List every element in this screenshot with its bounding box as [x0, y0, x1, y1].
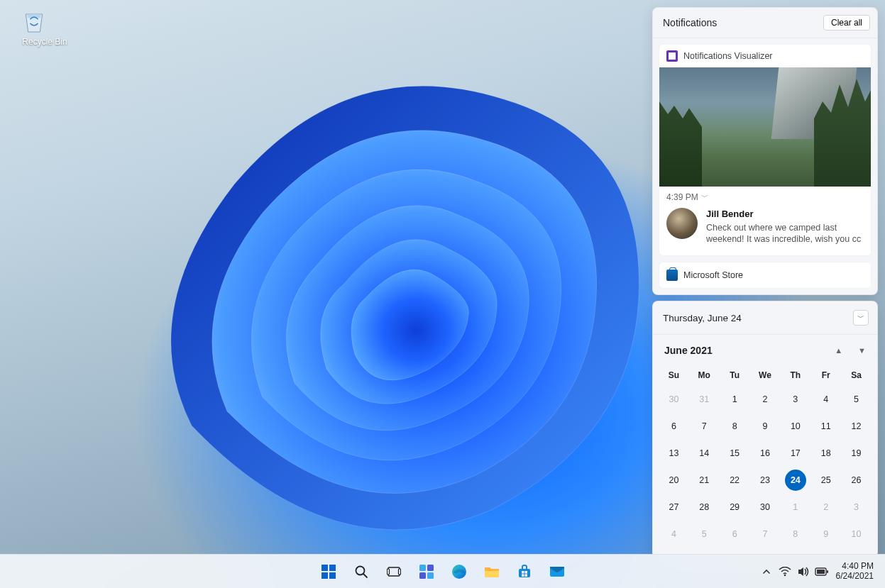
calendar-day[interactable]: 12 — [846, 416, 867, 437]
svg-rect-3 — [329, 572, 336, 579]
volume-button[interactable] — [795, 558, 812, 586]
calendar-day[interactable]: 15 — [724, 443, 745, 464]
mail-button[interactable] — [543, 558, 571, 586]
action-center-panel: Notifications Clear all Notifications Vi… — [652, 7, 878, 558]
widgets-button[interactable] — [412, 558, 441, 586]
svg-rect-12 — [427, 572, 434, 579]
tray-overflow-button[interactable] — [758, 558, 775, 586]
calendar-day[interactable]: 25 — [815, 470, 837, 491]
mail-icon — [549, 565, 565, 578]
calendar-day[interactable]: 1 — [785, 497, 806, 518]
notification-group[interactable]: Notifications Visualizer 4:39 PM ﹀ Jill … — [659, 44, 872, 256]
svg-rect-2 — [321, 572, 328, 579]
calendar-dow: Su — [659, 363, 689, 386]
calendar-day[interactable]: 2 — [815, 497, 837, 518]
calendar-next-button[interactable]: ▼ — [858, 346, 866, 355]
edge-icon — [451, 564, 467, 579]
calendar-prev-button[interactable]: ▲ — [835, 346, 842, 355]
calendar-day[interactable]: 7 — [754, 523, 776, 545]
calendar-day-today[interactable]: 24 — [785, 470, 806, 491]
calendar-day[interactable]: 8 — [724, 416, 745, 437]
calendar-day[interactable]: 5 — [693, 523, 715, 545]
svg-rect-11 — [419, 572, 426, 579]
calendar-day[interactable]: 11 — [815, 416, 837, 437]
folder-icon — [484, 565, 500, 579]
desktop-icon-recycle-bin[interactable]: Recycle Bin — [20, 7, 70, 47]
calendar-day[interactable]: 6 — [663, 416, 684, 437]
clock-date: 6/24/2021 — [836, 572, 874, 582]
calendar-day[interactable]: 16 — [754, 443, 776, 464]
calendar-day[interactable]: 1 — [724, 389, 745, 410]
taskbar-system-tray: 4:40 PM 6/24/2021 — [758, 558, 885, 586]
calendar-month-label[interactable]: June 2021 — [664, 345, 713, 356]
calendar-day[interactable]: 30 — [754, 497, 776, 518]
taskbar-clock[interactable]: 4:40 PM 6/24/2021 — [832, 562, 878, 582]
calendar-day[interactable]: 30 — [663, 389, 684, 410]
calendar-day[interactable]: 20 — [663, 470, 684, 491]
calendar-day[interactable]: 10 — [846, 523, 867, 545]
recycle-bin-label: Recycle Bin — [20, 37, 70, 47]
calendar-day[interactable]: 4 — [815, 389, 837, 410]
svg-rect-6 — [388, 567, 400, 576]
calendar-day[interactable]: 6 — [724, 523, 745, 545]
notifications-card: Notifications Clear all Notifications Vi… — [652, 7, 878, 295]
notification-message: Check out where we camped last weekend! … — [706, 222, 864, 246]
calendar-day[interactable]: 8 — [785, 523, 806, 545]
calendar-day[interactable]: 3 — [846, 497, 867, 518]
chevron-down-icon[interactable]: ﹀ — [701, 192, 708, 202]
wifi-icon — [779, 567, 791, 577]
calendar-dow: Th — [780, 363, 810, 386]
notification-hero-image — [659, 67, 871, 187]
calendar-day[interactable]: 19 — [846, 443, 867, 464]
calendar-day[interactable]: 21 — [693, 470, 715, 491]
calendar-day[interactable]: 18 — [815, 443, 837, 464]
calendar-day[interactable]: 2 — [754, 389, 776, 410]
calendar-day[interactable]: 22 — [724, 470, 745, 491]
calendar-collapse-button[interactable]: ﹀ — [853, 310, 869, 326]
notification-store-item[interactable]: Microsoft Store — [659, 262, 872, 289]
search-button[interactable] — [347, 558, 375, 586]
file-explorer-button[interactable] — [478, 558, 506, 586]
calendar-day[interactable]: 5 — [846, 389, 867, 410]
notification-sender: Jill Bender — [706, 208, 864, 221]
wifi-button[interactable] — [776, 558, 793, 586]
calendar-card: Thursday, June 24 ﹀ June 2021 ▲ ▼ SuMoTu… — [652, 301, 878, 558]
notifications-title: Notifications — [663, 17, 717, 28]
chevron-up-icon — [762, 567, 771, 576]
notification-store-label: Microsoft Store — [683, 270, 743, 280]
calendar-full-date: Thursday, June 24 — [663, 313, 742, 323]
calendar-day[interactable]: 9 — [754, 416, 776, 437]
calendar-day[interactable]: 9 — [815, 523, 837, 545]
edge-button[interactable] — [445, 558, 473, 586]
calendar-dow: Mo — [689, 363, 720, 386]
svg-rect-9 — [419, 565, 426, 571]
svg-rect-8 — [398, 569, 400, 575]
svg-rect-22 — [827, 570, 828, 573]
battery-icon — [815, 567, 829, 576]
svg-rect-10 — [427, 565, 434, 571]
taskbar: 4:40 PM 6/24/2021 — [0, 554, 885, 588]
calendar-day[interactable]: 3 — [785, 389, 806, 410]
clear-all-button[interactable]: Clear all — [823, 15, 870, 30]
calendar-day[interactable]: 28 — [693, 497, 715, 518]
svg-rect-0 — [321, 565, 328, 571]
svg-line-5 — [363, 574, 367, 577]
start-button[interactable] — [314, 558, 343, 586]
notification-app-header: Notifications Visualizer — [659, 45, 871, 67]
svg-rect-23 — [817, 570, 825, 574]
calendar-day[interactable]: 4 — [663, 523, 684, 545]
app-icon — [666, 50, 678, 62]
battery-button[interactable] — [813, 558, 830, 586]
calendar-day[interactable]: 31 — [693, 389, 715, 410]
calendar-day[interactable]: 26 — [846, 470, 867, 491]
store-button[interactable] — [510, 558, 539, 586]
calendar-day[interactable]: 14 — [693, 443, 715, 464]
calendar-day[interactable]: 17 — [785, 443, 806, 464]
calendar-day[interactable]: 10 — [785, 416, 806, 437]
calendar-day[interactable]: 29 — [724, 497, 745, 518]
calendar-day[interactable]: 23 — [754, 470, 776, 491]
calendar-day[interactable]: 13 — [663, 443, 684, 464]
calendar-day[interactable]: 7 — [693, 416, 715, 437]
task-view-button[interactable] — [380, 558, 408, 586]
calendar-day[interactable]: 27 — [663, 497, 684, 518]
